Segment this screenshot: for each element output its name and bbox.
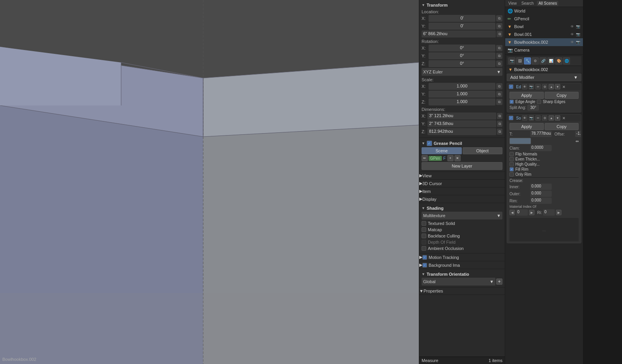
location-x-icon[interactable]: ⧉	[496, 15, 502, 21]
item-section[interactable]: ▶ Item	[419, 187, 505, 195]
solidify-icon2[interactable]: 📷	[529, 115, 534, 121]
properties-sub-section[interactable]: ▼ Properties	[419, 287, 505, 295]
view-section[interactable]: ▶ View	[419, 172, 505, 180]
new-layer-btn[interactable]: New Layer	[422, 162, 502, 170]
backface-culling-checkbox[interactable]	[422, 234, 426, 238]
edgesplit-apply-btn[interactable]: Apply	[509, 92, 544, 99]
offset-value[interactable]: -1.0000	[575, 131, 581, 137]
background-image-check[interactable]: ✓	[422, 263, 427, 268]
dim-x-field[interactable]: 3" 121.2thou	[427, 112, 496, 120]
ri-right-btn[interactable]: ▶	[529, 210, 534, 215]
grease-pencil-header[interactable]: ▼ ✓ Grease Pencil	[422, 139, 502, 147]
rim-value[interactable]: 0.000	[530, 198, 552, 204]
rotation-y-icon[interactable]: ⧉	[496, 53, 502, 59]
gpen-plus-btn[interactable]: +	[447, 155, 454, 161]
outliner-item-bowl[interactable]: ▼ Bowl 👁 📷	[505, 23, 583, 30]
edgesplit-up-btn[interactable]: ▲	[549, 84, 554, 89]
edgesplit-copy-btn[interactable]: Copy	[545, 92, 579, 99]
rotation-y-input[interactable]: 0°	[429, 52, 495, 59]
ambient-occlusion-checkbox[interactable]	[422, 246, 426, 251]
outer-value[interactable]: 0.000	[530, 191, 552, 197]
mod-icon-camera[interactable]: 📷	[508, 57, 515, 64]
ri-value2[interactable]: 0	[543, 209, 555, 216]
view-tab[interactable]: View	[507, 1, 518, 6]
shading-mode-dropdown[interactable]: Multitexture ▼	[422, 212, 502, 219]
depth-of-field-checkbox[interactable]	[422, 240, 426, 244]
matcap-checkbox[interactable]	[422, 227, 426, 232]
gpen-x-btn[interactable]: ✕	[454, 155, 461, 161]
object-btn[interactable]: Object	[463, 147, 503, 154]
location-x-input[interactable]: 0'	[429, 15, 495, 22]
mod-icon-data[interactable]: 📊	[547, 57, 554, 64]
scale-y-input[interactable]: 1.000	[429, 91, 495, 98]
mod-icon-material[interactable]: 🎨	[555, 57, 562, 64]
viewport-area[interactable]: Bowlhookbox.002	[0, 0, 419, 364]
location-y-input[interactable]: 0'	[429, 23, 495, 30]
all-scenes-tab[interactable]: All Scenes	[537, 1, 558, 6]
scale-z-input[interactable]: 1.000	[429, 98, 495, 105]
solidify-check[interactable]: ✓	[509, 116, 513, 120]
rotation-mode-dropdown[interactable]: XYZ Euler ▼	[422, 68, 502, 76]
scale-z-icon[interactable]: ⧉	[496, 99, 502, 105]
edgesplit-close-btn[interactable]: ✕	[561, 84, 567, 89]
bowlhookbox-vis-icon[interactable]: 👁	[570, 40, 575, 44]
scene-btn[interactable]: Scene	[422, 147, 462, 154]
grease-pencil-check[interactable]: ✓	[427, 141, 432, 146]
outliner-item-bowl001[interactable]: ▼ Bowl.001 👁 📷	[505, 30, 583, 38]
transform-orientation-header[interactable]: ▼ Transform Orientatio	[422, 271, 502, 278]
solidify-apply-btn[interactable]: Apply	[509, 123, 544, 130]
location-dim-icon[interactable]: ⧉	[497, 31, 502, 37]
edgesplit-icon1[interactable]: 👁	[522, 84, 527, 89]
edge-angle-checkbox[interactable]: ✓	[509, 100, 514, 104]
flip-normals-checkbox[interactable]	[509, 152, 514, 156]
outliner-item-camera[interactable]: 📷 Camera	[505, 46, 583, 54]
mod-icon-constraint[interactable]: 🔗	[540, 57, 547, 64]
motion-tracking-check[interactable]: ✓	[422, 255, 427, 260]
location-y-icon[interactable]: ⧉	[496, 23, 502, 29]
edgesplit-down-btn[interactable]: ▼	[555, 84, 560, 89]
outliner-item-bowlhookbox[interactable]: ▼ Bowlhookbox.002 👁 📷	[505, 38, 583, 46]
motion-tracking-section[interactable]: ▶ ✓ Motion Tracking	[419, 253, 505, 261]
add-modifier-btn[interactable]: Add Modifier ▼	[507, 73, 581, 81]
textured-solid-checkbox[interactable]	[422, 221, 426, 226]
transform-header[interactable]: ▼ Transform	[422, 2, 502, 9]
background-image-section[interactable]: ▶ ✓ Background Ima	[419, 261, 505, 269]
rotation-z-input[interactable]: 0°	[429, 60, 495, 67]
dim-z-icon[interactable]: ⧉	[497, 128, 502, 135]
pencil-icon-btn[interactable]: ✏	[422, 155, 428, 161]
inner-value[interactable]: 0.000	[530, 184, 552, 190]
high-quality-checkbox[interactable]	[509, 162, 514, 166]
edgesplit-icon3[interactable]: ✏	[535, 84, 541, 89]
orientation-dropdown[interactable]: Global ▼	[422, 278, 495, 285]
dim-x-icon[interactable]: ⧉	[497, 113, 502, 119]
orientation-plus-btn[interactable]: +	[496, 278, 502, 285]
rotation-z-icon[interactable]: ⧉	[496, 61, 502, 67]
bowl-vis-icon[interactable]: 👁	[570, 25, 575, 29]
mod-icon-world[interactable]: 🌐	[563, 57, 570, 64]
outliner-item-gpencil[interactable]: ✏ GPencil	[505, 15, 583, 23]
display-section[interactable]: ▶ Display	[419, 195, 505, 203]
only-rim-checkbox[interactable]	[509, 172, 514, 177]
dim-y-field[interactable]: 2" 743.5thou	[427, 120, 496, 127]
solidify-close-btn[interactable]: ✕	[561, 115, 567, 121]
sharp-edges-checkbox[interactable]	[537, 100, 541, 104]
mod-icon-particle[interactable]: ⚙	[532, 57, 539, 64]
search-tab[interactable]: Search	[520, 1, 536, 6]
ri-right-btn2[interactable]: ▶	[556, 210, 561, 215]
shading-header[interactable]: ▼ Shading	[422, 205, 502, 212]
ri-left-btn[interactable]: ◀	[509, 210, 515, 215]
scale-x-icon[interactable]: ⧉	[496, 83, 502, 89]
split-ang-value[interactable]: 30°	[527, 105, 539, 111]
bowl001-vis-icon[interactable]: 👁	[570, 32, 575, 36]
solidify-down-btn[interactable]: ▼	[555, 115, 560, 121]
solidify-up-btn[interactable]: ▲	[549, 115, 554, 121]
3d-cursor-section[interactable]: ▶ 3D Cursor	[419, 180, 505, 187]
scale-x-input[interactable]: 1.000	[429, 83, 495, 90]
fill-rim-checkbox[interactable]: ✓	[509, 167, 514, 171]
dim-z-field[interactable]: 812.942thou	[427, 128, 496, 135]
edgesplit-icon2[interactable]: 📷	[529, 84, 534, 89]
rotation-x-icon[interactable]: ⧉	[496, 45, 502, 51]
thickness-value[interactable]: 78.777thou	[530, 131, 552, 137]
mod-icon-render[interactable]: 🖼	[516, 57, 523, 64]
solidify-icon4[interactable]: ⚙	[542, 115, 547, 121]
